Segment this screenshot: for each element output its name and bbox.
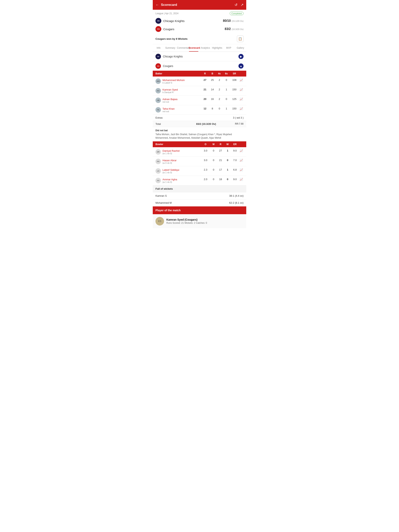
batter4-6s: 1 xyxy=(223,107,230,110)
batting-col-6s: 6s xyxy=(223,72,230,75)
bowler1-graph-icon[interactable]: 📈 xyxy=(239,149,244,152)
batting-col-r: R xyxy=(201,72,209,75)
batter4-sr: 150 xyxy=(230,107,239,110)
tab-scorecard[interactable]: Scorecard xyxy=(188,44,200,52)
bowler3-graph-icon[interactable]: 📈 xyxy=(239,168,244,171)
batter1-4s: 2 xyxy=(216,78,223,81)
bowling-col-r: R xyxy=(217,143,224,146)
batter2-6s: 1 xyxy=(223,88,230,91)
bowler2-info: Hasan Abrar (w 0 nb 0) xyxy=(162,159,201,164)
dnb-label: Did not bat xyxy=(155,129,244,132)
fow1-score: 38-1 (4.4 ov) xyxy=(229,194,244,197)
tab-commentary[interactable]: Commentary xyxy=(176,44,188,52)
team1-name: Chicago Knights xyxy=(163,19,223,23)
bowler4-graph-icon[interactable]: 📈 xyxy=(239,178,244,181)
total-score: 83/2 (10.3/20 Ov) xyxy=(194,122,235,125)
batting-col-batter: Batter xyxy=(155,72,201,75)
tab-mvp[interactable]: MVP xyxy=(223,44,235,52)
bowler4-avatar: AA xyxy=(155,178,161,183)
back-button[interactable]: ← xyxy=(155,3,159,7)
bowler4-er: 9.0 xyxy=(231,178,239,181)
bowler1-o: 3.0 xyxy=(201,149,210,152)
tab-bar: Info Summary Commentary Scorecard Analyt… xyxy=(153,44,246,52)
bowler4-r: 18 xyxy=(217,178,224,181)
bowler1-w: 1 xyxy=(224,149,231,152)
bowler1-er: 9.0 xyxy=(231,149,239,152)
total-row: Total 83/2 (10.3/20 Ov) RR:7.90 xyxy=(153,121,246,127)
batting-col-4s: 4s xyxy=(216,72,223,75)
bowler4-o: 2.0 xyxy=(201,178,210,181)
bowler3-extras: (w 1 nb 0) xyxy=(162,171,201,174)
tab-highlights[interactable]: Highlights xyxy=(211,44,223,52)
bowler3-name: Lateef Siddiqui xyxy=(162,168,201,171)
team1-logo: CK xyxy=(155,18,161,24)
bowler1-r: 27 xyxy=(217,149,224,152)
bowling-col-bowler: Bowler xyxy=(155,143,201,146)
innings1-chevron[interactable]: ▶ xyxy=(238,54,244,59)
bowler2-er: 7.0 xyxy=(231,159,239,162)
innings2-chevron[interactable]: ▲ xyxy=(238,63,244,69)
dnb-players: Talha Mohsin, Jazil Bin Shahid, Salman (… xyxy=(155,133,244,140)
batter4-name: Taha Khan xyxy=(162,107,201,110)
bowler3-info: Lateef Siddiqui (w 1 nb 0) xyxy=(162,168,201,174)
bowler4-w: 0 xyxy=(224,178,231,181)
innings1-toggle[interactable]: CK Chicago Knights ▶ xyxy=(153,52,246,61)
bowler4-extras: (w 1 nb 0) xyxy=(162,181,201,183)
batter3-graph-icon[interactable]: 📈 xyxy=(239,98,244,101)
team1-row: CK Chicago Knights 80/10 (15.1/20 Ov) xyxy=(155,17,244,25)
fow-row: Kamran S 38-1 (4.4 ov) xyxy=(153,192,246,199)
tab-gallery[interactable]: Gallery xyxy=(235,44,246,52)
bowling-col-o: O xyxy=(201,143,210,146)
bowler-row: LS Lateef Siddiqui (w 1 nb 0) 2.3 0 17 1… xyxy=(153,166,246,176)
tab-analytics[interactable]: Analytics xyxy=(200,44,211,52)
batter4-graph-icon[interactable]: 📈 xyxy=(239,107,244,110)
batter1-name: Mohammed Mohsin xyxy=(162,79,201,82)
bowler3-r: 17 xyxy=(217,168,224,171)
bowler-row: AA Ammar Agha (w 1 nb 0) 2.0 0 18 0 9.0 … xyxy=(153,176,246,185)
bowler3-avatar: LS xyxy=(155,168,161,174)
share-icon[interactable]: ↗ xyxy=(241,3,244,7)
tab-info[interactable]: Info xyxy=(153,44,164,52)
extras-val: 3 ( wd 3 ) xyxy=(233,116,244,119)
refresh-icon[interactable]: ↺ xyxy=(235,3,238,7)
result-text: Cougars won by 8 Wickets xyxy=(155,37,188,40)
status-badge: Completed xyxy=(230,12,244,15)
team2-name: Cougars xyxy=(163,27,225,31)
batter2-avatar: KS xyxy=(155,88,161,94)
fow1-player: Kamran S xyxy=(155,194,229,197)
fow2-player: Mohammed M xyxy=(155,201,229,204)
batter3-r: 20 xyxy=(201,98,209,101)
bowler2-extras: (w 0 nb 0) xyxy=(162,162,201,164)
scorecard-document-icon[interactable]: 📋 xyxy=(237,35,244,42)
batter2-info: Kamran Syed b Daniyal R xyxy=(162,88,201,94)
batter1-info: Mohammed Mohsin b Lateef S xyxy=(162,79,201,84)
innings2-toggle[interactable]: CG Cougars ▲ xyxy=(153,61,246,71)
bowling-col-er: ER xyxy=(231,143,239,146)
bowler2-graph-icon[interactable]: 📈 xyxy=(239,159,244,162)
batter1-sr: 108 xyxy=(230,78,239,81)
batter3-avatar: AB xyxy=(155,98,161,103)
batter-row: TK Taha Khan not out 12 8 0 1 150 📈 xyxy=(153,105,246,115)
batter3-info: Adnan Bajwa not out xyxy=(162,98,201,103)
batter-row: AB Adnan Bajwa not out 20 16 2 0 125 📈 xyxy=(153,96,246,105)
bowler2-w: 0 xyxy=(224,159,231,162)
bowler3-w: 1 xyxy=(224,168,231,171)
batter2-graph-icon[interactable]: 📈 xyxy=(239,88,244,91)
total-rr: RR:7.90 xyxy=(235,122,244,125)
batter1-how-out: b Lateef S xyxy=(162,82,201,84)
extras-row: Extras 3 ( wd 3 ) xyxy=(153,115,246,121)
batter2-4s: 2 xyxy=(216,88,223,91)
header-actions: ↺ ↗ xyxy=(235,3,244,7)
batter1-r: 27 xyxy=(201,78,209,81)
bowler3-o: 2.3 xyxy=(201,168,210,171)
batter3-name: Adnan Bajwa xyxy=(162,98,201,101)
batting-col-b: B xyxy=(209,72,216,75)
batter4-b: 8 xyxy=(209,107,216,110)
bowling-col-m: M xyxy=(210,143,217,146)
tab-summary[interactable]: Summary xyxy=(164,44,176,52)
batter3-6s: 0 xyxy=(223,98,230,101)
batter1-graph-icon[interactable]: 📈 xyxy=(239,78,244,82)
potm-name: Kamran Syed (Cougars) xyxy=(166,218,207,221)
potm-stats: Runs Scored: 21 Wickets: 2 Catches: 0 xyxy=(166,222,207,224)
batter1-b: 25 xyxy=(209,78,216,81)
